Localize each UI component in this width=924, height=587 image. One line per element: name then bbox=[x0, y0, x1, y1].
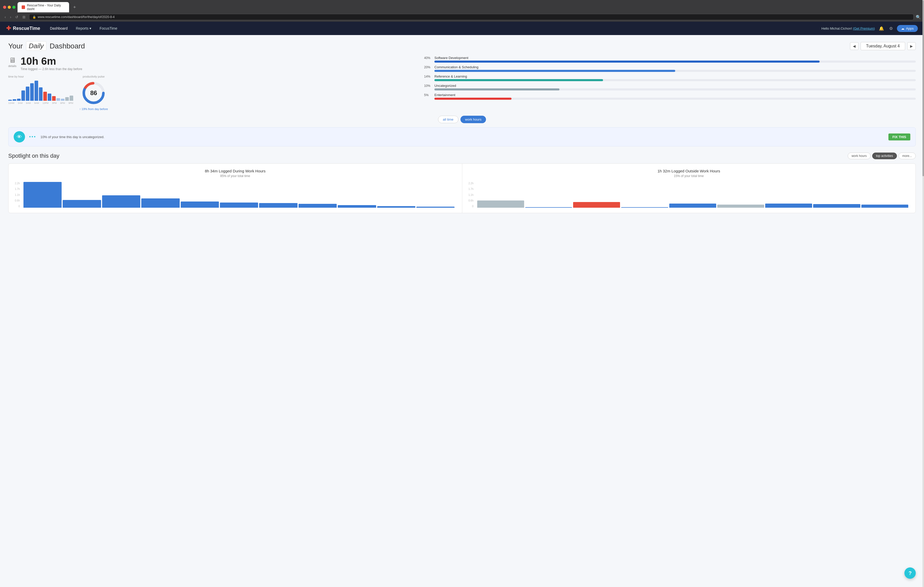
details-label[interactable]: details bbox=[8, 64, 16, 67]
work-chart-right-title: 1h 32m Logged Outside Work Hours bbox=[467, 169, 911, 173]
charts-row: time by hour bbox=[8, 75, 418, 110]
extensions-button[interactable]: ⊞ bbox=[21, 15, 27, 20]
bar-8 bbox=[43, 92, 47, 101]
minimize-dot[interactable] bbox=[8, 6, 11, 9]
bar-4 bbox=[26, 87, 30, 101]
url-text: www.rescuetime.com/dashboard/for/the/day… bbox=[38, 15, 114, 19]
left-bar-10 bbox=[416, 207, 455, 208]
reload-button[interactable]: ↺ bbox=[14, 15, 20, 20]
work-hours-tab[interactable]: work hours bbox=[460, 116, 486, 123]
forward-button[interactable]: › bbox=[8, 15, 13, 20]
bar-chart2-left bbox=[21, 182, 457, 208]
category-pct-1: 20% bbox=[424, 66, 432, 69]
settings-button[interactable]: ⚙ bbox=[888, 25, 894, 32]
dropdown-arrow-icon: ▾ bbox=[89, 26, 91, 30]
label-12pm: 12PM bbox=[43, 102, 49, 104]
left-bar-5 bbox=[220, 202, 258, 208]
right-bar-5 bbox=[717, 205, 764, 208]
tab-title: RescueTime - Your Daily dasht bbox=[27, 3, 65, 11]
left-bar-2 bbox=[102, 195, 140, 208]
spotlight-tabs: work hours top activities more... bbox=[848, 153, 916, 159]
get-premium-link[interactable]: (Get Premium) bbox=[853, 26, 875, 30]
browser-nav-bar: ‹ › ↺ ⊞ 🔒 www.rescuetime.com/dashboard/f… bbox=[0, 12, 924, 21]
reports-nav-link[interactable]: Reports ▾ bbox=[72, 24, 95, 33]
all-time-tab[interactable]: all time bbox=[438, 116, 459, 123]
spotlight-tab-more[interactable]: more... bbox=[898, 153, 916, 159]
left-bar-8 bbox=[338, 205, 376, 208]
label-12am: 12AM bbox=[8, 102, 15, 104]
notifications-button[interactable]: 🔔 bbox=[878, 25, 885, 32]
nav-right-items: Hello Michal.Cichon! (Get Premium) 🔔 ⚙ ☁… bbox=[822, 25, 918, 32]
category-bar-track-2 bbox=[434, 79, 916, 81]
lock-icon: 🔒 bbox=[33, 15, 36, 19]
filter-tabs: all time work hours bbox=[8, 116, 916, 123]
help-button[interactable]: ? bbox=[904, 567, 916, 579]
label-6pm: 6PM bbox=[60, 102, 65, 104]
title-area: Your Daily Dashboard bbox=[8, 41, 85, 51]
spotlight-tab-work-hours[interactable]: work hours bbox=[848, 153, 871, 159]
fix-this-button[interactable]: FIX THIS bbox=[888, 133, 910, 140]
daily-badge[interactable]: Daily bbox=[26, 41, 47, 51]
tab-favicon bbox=[21, 5, 25, 9]
tab-bar: RescueTime - Your Daily dasht + bbox=[0, 0, 924, 12]
bar-7 bbox=[39, 87, 43, 101]
dashboard-header: Your Daily Dashboard ◀ Tuesday, August 4… bbox=[8, 41, 916, 51]
spotlight-header: Spotlight on this day work hours top act… bbox=[8, 153, 916, 159]
category-name-4: Entertainment bbox=[434, 93, 455, 97]
date-navigation: ◀ Tuesday, August 4 ▶ bbox=[850, 42, 916, 50]
time-by-hour-label: time by hour bbox=[8, 75, 73, 78]
scrollbar-thumb[interactable] bbox=[922, 0, 924, 176]
bar-2 bbox=[17, 99, 21, 101]
time-info: 10h 6m Time logged — 2.6h less than the … bbox=[21, 56, 82, 71]
left-stats: 🖥 details 10h 6m Time logged — 2.6h less… bbox=[8, 56, 418, 110]
logo[interactable]: ✚ RescueTime bbox=[6, 25, 40, 32]
label-6am: 6AM bbox=[26, 102, 31, 104]
active-tab[interactable]: RescueTime - Your Daily dasht bbox=[18, 2, 69, 12]
spotlight-tab-top-activities[interactable]: top activities bbox=[872, 153, 897, 159]
right-bar-1 bbox=[525, 207, 572, 208]
bar-6 bbox=[35, 81, 38, 101]
left-bar-9 bbox=[377, 206, 415, 208]
next-date-button[interactable]: ▶ bbox=[907, 42, 916, 50]
focustime-nav-link[interactable]: FocusTime bbox=[96, 24, 121, 33]
prev-date-button[interactable]: ◀ bbox=[850, 42, 858, 50]
nav-arrows: ‹ › ↺ ⊞ bbox=[3, 15, 27, 20]
date-display: Tuesday, August 4 bbox=[861, 42, 905, 50]
donut-chart: 86 bbox=[81, 80, 106, 106]
apps-button[interactable]: ☁ Apps bbox=[897, 25, 918, 32]
back-button[interactable]: ‹ bbox=[3, 15, 7, 20]
bar-14 bbox=[69, 95, 73, 101]
window-controls bbox=[3, 6, 15, 9]
dashboard-nav-link[interactable]: Dashboard bbox=[46, 24, 71, 33]
browser-search-button[interactable]: 🔍 bbox=[916, 15, 921, 20]
browser-chrome: RescueTime - Your Daily dasht + ‹ › ↺ ⊞ … bbox=[0, 0, 924, 21]
category-pct-2: 14% bbox=[424, 75, 432, 78]
bar-0 bbox=[8, 100, 12, 101]
category-bar-fill-1 bbox=[434, 70, 675, 72]
scrollbar[interactable] bbox=[922, 0, 924, 587]
cloud-icon: ☁ bbox=[901, 26, 904, 30]
maximize-dot[interactable] bbox=[12, 6, 15, 9]
hello-text: Hello Michal.Cichon! (Get Premium) bbox=[822, 26, 875, 30]
category-bar-fill-2 bbox=[434, 79, 603, 81]
category-bar-track-0 bbox=[434, 61, 916, 62]
browser-nav-right: 🔍 bbox=[916, 15, 921, 20]
work-hours-charts: 8h 34m Logged During Work Hours 85% of y… bbox=[8, 163, 916, 213]
category-pct-3: 10% bbox=[424, 84, 432, 88]
monitor-section: 🖥 details bbox=[8, 56, 16, 67]
category-name-0: Software Development bbox=[434, 56, 469, 60]
logo-icon: ✚ bbox=[6, 25, 11, 32]
right-bar-7 bbox=[813, 204, 860, 208]
close-dot[interactable] bbox=[3, 6, 6, 9]
donut-increase: ↑ 19% from day before bbox=[79, 107, 108, 110]
url-bar[interactable]: 🔒 www.rescuetime.com/dashboard/for/the/d… bbox=[29, 14, 914, 20]
bar-chart2-right bbox=[475, 182, 911, 208]
category-bar-track-1 bbox=[434, 70, 916, 72]
alert-banner: 👁 ••• 10% of your time this day is uncat… bbox=[8, 127, 916, 146]
bar-10 bbox=[52, 96, 56, 101]
category-pct-0: 40% bbox=[424, 56, 432, 60]
category-bar-fill-3 bbox=[434, 89, 559, 90]
new-tab-button[interactable]: + bbox=[71, 3, 78, 11]
bar-12 bbox=[61, 99, 64, 101]
category-name-1: Communication & Scheduling bbox=[434, 65, 478, 69]
